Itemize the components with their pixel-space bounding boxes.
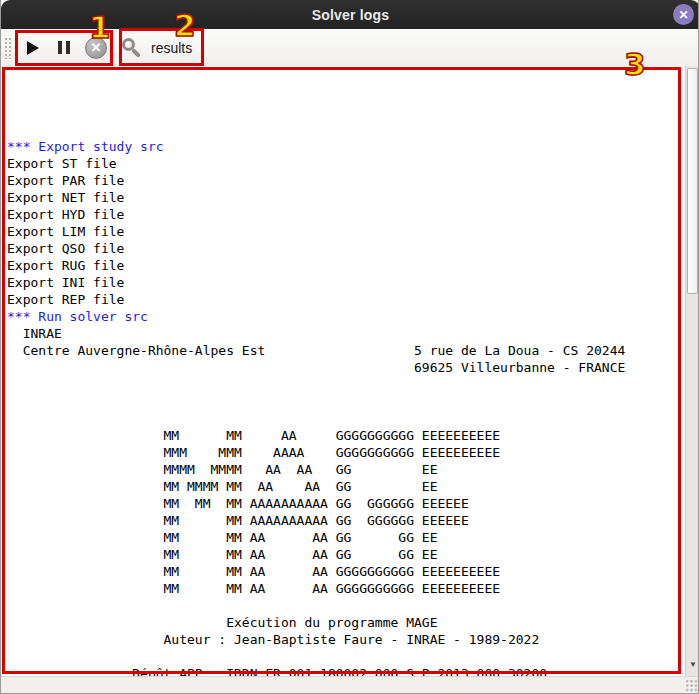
log-line: Export RUG file — [7, 258, 124, 273]
log-line: Export INI file — [7, 275, 124, 290]
search-icon — [121, 37, 143, 59]
log-output[interactable]: *** Export study src Export ST file Expo… — [7, 138, 641, 694]
log-line: MM MM AA AA GG GG EE — [7, 530, 437, 545]
log-line: MMMM MMMM AA AA GG EE — [7, 462, 437, 477]
play-button[interactable] — [21, 33, 45, 62]
toolbar-drag-handle[interactable] — [4, 37, 12, 59]
log-line: MM MM AA AA GG GG EE — [7, 547, 437, 562]
scrollbar-thumb[interactable] — [687, 68, 698, 294]
log-line: Auteur : Jean-Baptiste Faure - INRAE - 1… — [7, 632, 539, 647]
scroll-down-icon[interactable]: ▼ — [686, 661, 699, 669]
log-line: MM MM AA AA GGGGGGGGGG EEEEEEEEEE — [7, 581, 500, 596]
results-button-label: results — [151, 40, 192, 56]
log-line: *** Run solver src — [7, 309, 148, 324]
log-line: Export LIM file — [7, 224, 124, 239]
log-line: MM MM AA GGGGGGGGGG EEEEEEEEEE — [7, 428, 500, 443]
stop-button[interactable]: ✕ — [83, 33, 109, 62]
pause-icon — [58, 41, 70, 54]
log-line: INRAE — [7, 326, 62, 341]
log-line: MM MM MM AAAAAAAAAA GG GGGGGG EEEEEE — [7, 496, 469, 511]
log-line: Export HYD file — [7, 207, 124, 222]
log-line: MM MM AA AA GGGGGGGGGG EEEEEEEEEE — [7, 564, 500, 579]
log-line: Export NET file — [7, 190, 124, 205]
log-line: Export REP file — [7, 292, 124, 307]
pause-button[interactable] — [52, 33, 76, 62]
log-line: MM MM AAAAAAAAAA GG GGGGGG EEEEEE — [7, 513, 469, 528]
log-line: *** Export study src — [7, 139, 164, 154]
status-bar — [1, 676, 699, 694]
toolbar: ✕ results — [1, 29, 699, 66]
stop-icon: ✕ — [85, 37, 107, 59]
play-icon — [27, 41, 39, 55]
log-area: *** Export study src Export ST file Expo… — [1, 66, 699, 676]
log-line: MM MMMM MM AA AA GG EE — [7, 479, 437, 494]
titlebar[interactable]: Solver logs ✕ — [1, 0, 699, 29]
log-line: Export QSO file — [7, 241, 124, 256]
resize-grip-icon[interactable] — [685, 679, 698, 692]
close-button[interactable]: ✕ — [673, 4, 694, 25]
close-icon: ✕ — [678, 8, 688, 22]
solver-logs-window: Solver logs ✕ ✕ results *** Export study… — [0, 0, 699, 694]
results-button[interactable]: results — [121, 33, 203, 62]
log-line: Centre Auvergne-Rhône-Alpes Est 5 rue de… — [7, 343, 625, 358]
log-line: Export ST file — [7, 156, 117, 171]
log-line: MMM MMM AAAA GGGGGGGGGG EEEEEEEEEE — [7, 445, 500, 460]
log-line: Export PAR file — [7, 173, 124, 188]
vertical-scrollbar[interactable]: ▲ ▼ — [685, 66, 699, 676]
window-title: Solver logs — [312, 7, 390, 23]
log-line: Exécution du programme MAGE — [7, 615, 437, 630]
log-line: 69625 Villeurbanne - FRANCE — [7, 360, 625, 375]
